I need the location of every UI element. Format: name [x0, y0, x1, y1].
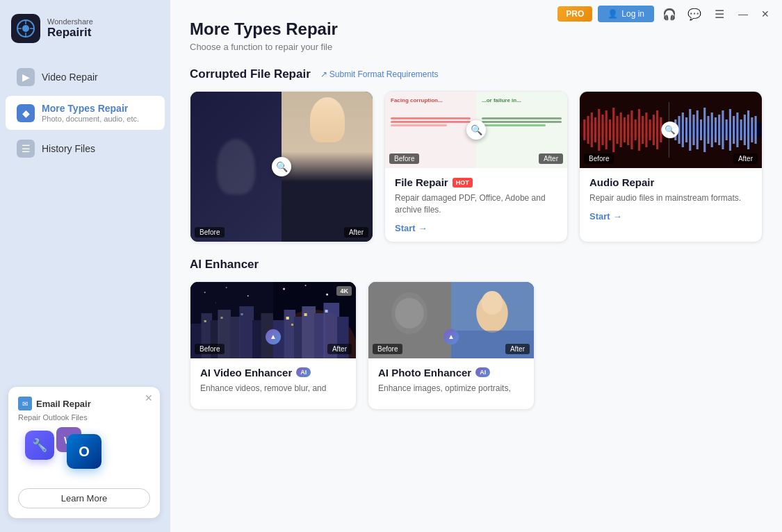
svg-point-1 [22, 25, 29, 32]
ai-video-enhancer-card-title: AI Video Enhancer [200, 367, 292, 379]
main-content: More Types Repair Choose a function to r… [170, 0, 782, 532]
svg-rect-30 [689, 109, 691, 151]
svg-point-55 [247, 295, 249, 297]
photo-repair-body: Photo Repair HOT Repair corrupted photos… [190, 242, 373, 242]
file-repair-start-button[interactable]: Start → [395, 223, 557, 233]
file-repair-image: Facing corruption... 🔍 ...or failure in.… [385, 92, 567, 168]
promo-close-button[interactable]: ✕ [145, 392, 153, 404]
file-repair-card-title: File Repair [395, 176, 448, 188]
file-after-label: After [539, 153, 563, 164]
promo-card: ✕ ✉ Email Repair Repair Outlook Files 🔧 … [8, 387, 160, 518]
svg-rect-13 [620, 113, 622, 147]
svg-rect-9 [605, 110, 608, 149]
svg-rect-23 [656, 110, 658, 149]
page-subtitle: Choose a function to repair your file [190, 42, 763, 52]
svg-point-70 [283, 288, 285, 290]
svg-rect-10 [609, 119, 611, 140]
svg-rect-11 [612, 108, 614, 152]
audio-repair-start-button[interactable]: Start → [589, 211, 752, 222]
svg-rect-8 [601, 115, 603, 145]
logo-text: Wondershare Repairit [47, 17, 93, 40]
ai-photo-enhancer-card-title: AI Photo Enhancer [378, 367, 471, 379]
email-icon: ✉ [18, 397, 32, 410]
sidebar: Wondershare Repairit ▶ Video Repair ◆ Mo… [0, 0, 170, 532]
svg-text:🔍: 🔍 [665, 124, 676, 135]
ai-enhancer-section-header: AI Enhancer [190, 258, 763, 272]
file-repair-overlay-icon: 🔍 [466, 120, 486, 140]
pro-badge[interactable]: PRO [557, 6, 592, 22]
audio-repair-card: 🔍 Before After Audio Repair Repair audio… [579, 91, 763, 242]
user-icon: 👤 [608, 9, 618, 19]
svg-rect-19 [642, 116, 644, 144]
arrow-icon: → [613, 211, 622, 222]
app-logo-icon [11, 14, 40, 43]
photo-before-label: Before [195, 227, 225, 238]
svg-rect-45 [744, 115, 746, 145]
close-button[interactable]: ✕ [757, 6, 774, 22]
svg-rect-83 [291, 324, 293, 326]
svg-rect-65 [204, 320, 206, 322]
title-bar: PRO 👤 Log in 🎧 💬 ☰ — ✕ [557, 0, 782, 28]
arrow-icon: → [418, 223, 427, 233]
external-link-icon: ↗ [320, 69, 327, 79]
ai-video-enhancer-desc: Enhance videos, remove blur, and [200, 383, 346, 394]
chat-icon[interactable]: 💬 [685, 4, 704, 24]
ai-photo-enhancer-dot: ▲ [443, 329, 459, 344]
ai-video-enhancer-card: 4K ▲ Before After AI Video Enhancer AI E… [190, 281, 357, 410]
svg-point-53 [204, 292, 206, 293]
svg-rect-74 [284, 310, 296, 358]
svg-rect-77 [314, 313, 325, 358]
audio-repair-image: 🔍 Before After [580, 92, 762, 168]
logo-area: Wondershare Repairit [0, 14, 170, 60]
svg-point-72 [326, 293, 328, 295]
ai-video-enhancer-image: 4K ▲ Before After [190, 282, 356, 358]
svg-rect-80 [286, 317, 289, 319]
photo-repair-image: Before 🔍 After [190, 92, 373, 242]
ai-video-badge: AI [296, 367, 311, 377]
svg-rect-5 [591, 113, 593, 147]
svg-rect-20 [645, 113, 647, 147]
svg-rect-15 [627, 115, 629, 145]
audio-repair-desc: Repair audio files in mainstream formats… [589, 192, 752, 204]
svg-point-90 [481, 291, 503, 315]
outlook-promo-icon: O [67, 434, 101, 469]
svg-rect-18 [638, 109, 640, 151]
submit-format-link[interactable]: ↗ Submit Format Requirements [320, 69, 439, 79]
photo-after-label: After [344, 227, 368, 238]
file-before-label: Before [389, 153, 419, 164]
svg-rect-36 [711, 113, 713, 147]
sidebar-item-history-files[interactable]: ☰ History Files [6, 133, 165, 165]
svg-rect-47 [751, 117, 753, 142]
ai-video-enhancer-dot: ▲ [266, 329, 281, 344]
svg-rect-48 [755, 116, 757, 144]
svg-rect-32 [697, 110, 699, 149]
video-repair-label: Video Repair [42, 72, 98, 83]
sidebar-item-more-types-repair[interactable]: ◆ More Types Repair Photo, document, aud… [6, 96, 165, 130]
promo-title: Email Repair [36, 399, 91, 409]
corrupted-file-repair-section-header: Corrupted File Repair ↗ Submit Format Re… [190, 67, 763, 81]
photo-after: After [282, 92, 373, 242]
svg-rect-44 [740, 119, 742, 140]
history-files-icon: ☰ [17, 140, 35, 158]
minimize-button[interactable]: — [735, 6, 751, 22]
headphones-icon[interactable]: 🎧 [660, 4, 679, 24]
audio-before-label: Before [584, 153, 614, 164]
svg-point-54 [226, 287, 227, 288]
svg-rect-14 [624, 117, 626, 142]
sidebar-item-video-repair[interactable]: ▶ Video Repair [6, 61, 165, 93]
svg-point-56 [215, 302, 216, 303]
svg-rect-22 [653, 115, 655, 145]
menu-icon[interactable]: ☰ [710, 4, 729, 24]
svg-rect-16 [630, 110, 633, 149]
file-repair-card: Facing corruption... 🔍 ...or failure in.… [384, 91, 568, 242]
login-button[interactable]: 👤 Log in [598, 6, 654, 22]
ai-photo-after-label: After [505, 344, 530, 354]
more-types-label: More Types Repair [42, 103, 139, 114]
audio-repair-body: Audio Repair Repair audio files in mains… [580, 168, 762, 230]
svg-rect-17 [635, 119, 637, 140]
learn-more-button[interactable]: Learn More [18, 488, 150, 508]
svg-rect-29 [685, 117, 687, 142]
more-types-icon: ◆ [17, 104, 35, 122]
svg-rect-82 [325, 310, 328, 313]
svg-rect-67 [241, 313, 243, 315]
